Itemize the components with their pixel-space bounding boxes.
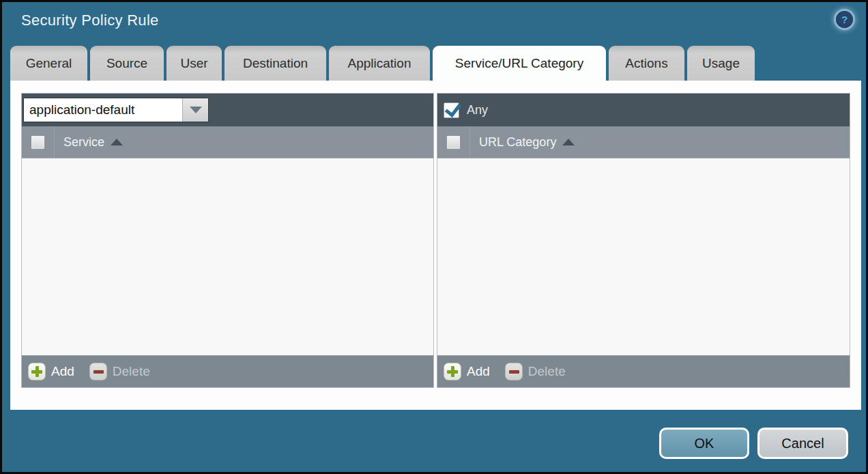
sort-ascending-icon bbox=[562, 139, 575, 145]
delete-url-category-button[interactable]: Delete bbox=[505, 363, 566, 380]
url-category-select-all-checkbox[interactable] bbox=[446, 135, 461, 150]
tab-general[interactable]: General bbox=[10, 46, 87, 81]
tab-destination[interactable]: Destination bbox=[225, 46, 326, 81]
minus-icon bbox=[89, 363, 107, 380]
plus-icon bbox=[444, 363, 461, 380]
add-service-button[interactable]: Add bbox=[28, 363, 74, 380]
service-panel-header bbox=[22, 94, 433, 126]
service-type-input[interactable] bbox=[24, 98, 182, 122]
plus-icon bbox=[28, 363, 46, 380]
security-policy-rule-dialog: Security Policy Rule ? General Source Us… bbox=[0, 0, 868, 474]
service-column-sort[interactable]: Service bbox=[63, 135, 123, 150]
service-panel: Service Add Delete bbox=[21, 93, 434, 388]
url-category-column-label: URL Category bbox=[479, 135, 556, 150]
cancel-button[interactable]: Cancel bbox=[757, 428, 848, 459]
delete-url-category-label: Delete bbox=[528, 364, 566, 379]
service-list bbox=[22, 158, 433, 355]
service-type-dropdown[interactable] bbox=[23, 98, 209, 122]
any-label: Any bbox=[467, 103, 488, 117]
tab-bar: General Source User Destination Applicat… bbox=[10, 46, 755, 81]
minus-icon bbox=[505, 363, 523, 380]
tab-application[interactable]: Application bbox=[329, 46, 430, 81]
service-panel-footer: Add Delete bbox=[22, 355, 433, 387]
url-category-panel: Any URL Category Add Delete bbox=[437, 93, 850, 388]
tab-source[interactable]: Source bbox=[90, 46, 164, 81]
service-column-header: Service bbox=[22, 126, 433, 158]
url-category-panel-footer: Add Delete bbox=[437, 355, 850, 387]
url-category-select-all-cell bbox=[437, 126, 470, 158]
chevron-down-icon bbox=[190, 107, 202, 113]
url-category-column-header: URL Category bbox=[437, 126, 850, 158]
delete-service-label: Delete bbox=[113, 364, 150, 379]
tab-actions[interactable]: Actions bbox=[609, 46, 684, 81]
dialog-title: Security Policy Rule bbox=[21, 12, 159, 29]
tab-content-area: Service Add Delete Any bbox=[10, 81, 861, 410]
tab-usage[interactable]: Usage bbox=[687, 46, 755, 81]
service-select-all-cell bbox=[22, 126, 55, 158]
add-url-category-label: Add bbox=[467, 364, 490, 379]
delete-service-button[interactable]: Delete bbox=[89, 363, 150, 380]
url-category-column-sort[interactable]: URL Category bbox=[479, 135, 575, 150]
service-column-label: Service bbox=[63, 135, 104, 150]
url-category-list bbox=[437, 158, 850, 355]
tab-user[interactable]: User bbox=[167, 46, 222, 81]
help-icon[interactable]: ? bbox=[836, 11, 853, 28]
service-type-dropdown-button[interactable] bbox=[182, 98, 208, 122]
service-select-all-checkbox[interactable] bbox=[31, 135, 45, 150]
url-category-panel-header: Any bbox=[437, 94, 850, 126]
any-checkbox[interactable] bbox=[444, 102, 459, 118]
tab-service-url-category[interactable]: Service/URL Category bbox=[433, 46, 606, 81]
sort-ascending-icon bbox=[111, 139, 123, 145]
add-url-category-button[interactable]: Add bbox=[444, 363, 490, 380]
ok-button[interactable]: OK bbox=[659, 428, 749, 459]
add-service-label: Add bbox=[51, 364, 74, 379]
